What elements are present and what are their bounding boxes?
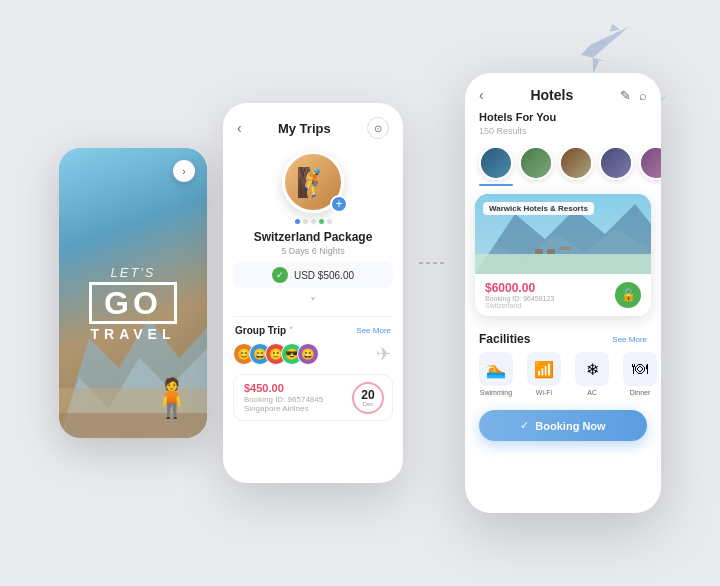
date-badge: 20 Dec xyxy=(352,382,384,414)
add-avatar-button[interactable]: + xyxy=(330,195,348,213)
hotel-thumb-3[interactable] xyxy=(559,146,593,180)
facility-wifi: 📶 Wi-Fi xyxy=(527,352,561,396)
svg-rect-8 xyxy=(475,254,651,274)
search-icon: ⊙ xyxy=(374,123,382,134)
ac-icon: ❄ xyxy=(575,352,609,386)
date-number: 20 xyxy=(361,389,374,401)
hotel-location: Switzerland xyxy=(485,302,554,309)
facility-swimming: 🏊 Swimming xyxy=(479,352,513,396)
facilities-grid: 🏊 Swimming 📶 Wi-Fi ❄ AC 🍽 Dinner xyxy=(479,352,647,396)
swimming-icon: 🏊 xyxy=(479,352,513,386)
svg-rect-10 xyxy=(547,249,555,254)
package-name: Switzerland Package xyxy=(223,230,403,244)
screens-container: 🧍 LET'S GO TRAVEL › ‹ My Trips ⊙ 🧗 xyxy=(59,73,661,513)
price-text: USD $506.00 xyxy=(294,270,354,281)
group-trip-label: Group Trip ˅ xyxy=(235,325,293,336)
booking-card: $450.00 Booking ID: 96574845 Singapore A… xyxy=(233,374,393,421)
unlock-badge[interactable]: 🔓 xyxy=(615,282,641,308)
svg-rect-11 xyxy=(559,247,571,250)
phone-trips: ‹ My Trips ⊙ 🧗 + Switzerland Package 5 D… xyxy=(223,103,403,483)
hotel-card-bottom: $6000.00 Booking ID: 96458123 Switzerlan… xyxy=(475,274,651,316)
facilities-section: Facilities See More 🏊 Swimming 📶 Wi-Fi ❄… xyxy=(465,324,661,400)
edit-icon[interactable]: ✎ xyxy=(620,88,631,103)
hotel-image: Warwick Hotels & Resorts xyxy=(475,194,651,274)
hotel-thumb-2[interactable] xyxy=(519,146,553,180)
facilities-header: Facilities See More xyxy=(479,332,647,346)
facilities-title: Facilities xyxy=(479,332,530,346)
lets-text: LET'S xyxy=(89,265,177,280)
hotel-name-badge: Warwick Hotels & Resorts xyxy=(483,202,594,215)
ac-label: AC xyxy=(587,389,597,396)
expand-button[interactable]: ˅ xyxy=(223,296,403,310)
phone-hotels: ‹ Hotels ✎ ⌕ Hotels For You 150 Results xyxy=(465,73,661,513)
hotel-booking-id: Booking ID: 96458123 xyxy=(485,295,554,302)
facility-dinner: 🍽 Dinner xyxy=(623,352,657,396)
plane-decoration: ✈ xyxy=(376,343,391,365)
hotel-thumbnails: › xyxy=(465,142,661,184)
back-button[interactable]: ‹ xyxy=(237,120,242,136)
phone-travel: 🧍 LET'S GO TRAVEL › xyxy=(59,148,207,438)
check-icon: ✓ xyxy=(272,267,288,283)
travel-label: TRAVEL xyxy=(89,326,177,342)
hotels-for-you-label: Hotels For You xyxy=(479,111,556,123)
avatar-5: 😀 xyxy=(297,343,319,365)
facilities-see-more[interactable]: See More xyxy=(612,335,647,344)
booking-btn-label: Booking Now xyxy=(535,420,605,432)
decoration-dots xyxy=(223,219,403,224)
hotels-back-button[interactable]: ‹ xyxy=(479,87,484,103)
group-chevron: ˅ xyxy=(289,326,293,335)
hotel-main-card: Warwick Hotels & Resorts $6000.00 Bookin… xyxy=(475,194,651,316)
group-avatars: 😊 😄 🙂 😎 😀 xyxy=(233,343,313,365)
dinner-icon: 🍽 xyxy=(623,352,657,386)
hotel-thumb-1[interactable] xyxy=(479,146,513,180)
hotels-header: ‹ Hotels ✎ ⌕ xyxy=(465,73,661,109)
active-indicator xyxy=(479,184,513,186)
trips-title: My Trips xyxy=(278,121,331,136)
trips-header: ‹ My Trips ⊙ xyxy=(223,103,403,147)
dinner-label: Dinner xyxy=(630,389,651,396)
date-month: Dec xyxy=(363,401,374,407)
wifi-icon: 📶 xyxy=(527,352,561,386)
search-button[interactable]: ⊙ xyxy=(367,117,389,139)
results-count: 150 Results xyxy=(465,125,661,142)
hotel-thumb-5[interactable] xyxy=(639,146,661,180)
hotels-for-you-row: Hotels For You xyxy=(465,109,661,125)
hotel-thumb-4[interactable] xyxy=(599,146,633,180)
svg-rect-9 xyxy=(535,249,543,254)
group-trip-row: Group Trip ˅ See More xyxy=(223,321,403,340)
unlock-icon: 🔓 xyxy=(621,288,636,302)
avatar-section: 🧗 + xyxy=(223,147,403,219)
search-icon[interactable]: ⌕ xyxy=(639,88,647,103)
booking-now-button[interactable]: ✓ Booking Now xyxy=(479,410,647,441)
next-arrow[interactable]: › xyxy=(173,160,195,182)
hotels-title: Hotels xyxy=(530,87,573,103)
divider xyxy=(233,316,393,317)
connector xyxy=(419,262,449,264)
arrow-icon: › xyxy=(182,166,185,177)
wifi-label: Wi-Fi xyxy=(536,389,552,396)
hotel-price: $6000.00 xyxy=(485,281,554,295)
swimming-label: Swimming xyxy=(480,389,512,396)
facility-ac: ❄ AC xyxy=(575,352,609,396)
go-text: GO xyxy=(89,282,177,324)
booking-check-icon: ✓ xyxy=(520,419,529,432)
hotels-actions: ✎ ⌕ xyxy=(620,88,647,103)
price-row: ✓ USD $506.00 xyxy=(233,262,393,288)
package-days: 5 Days 6 Nights xyxy=(223,246,403,256)
see-more-link[interactable]: See More xyxy=(356,326,391,335)
